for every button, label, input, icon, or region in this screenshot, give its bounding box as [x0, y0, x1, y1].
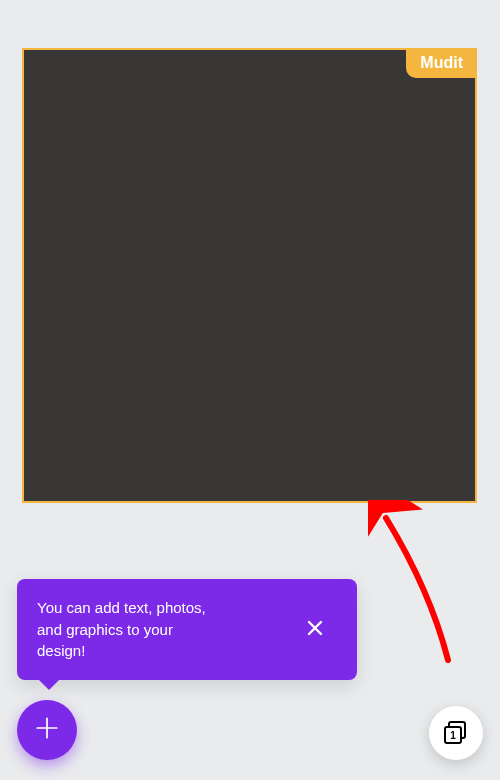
page-count: 1 — [444, 726, 462, 744]
onboarding-tooltip: You can add text, photos, and graphics t… — [17, 579, 357, 680]
user-badge: Mudit — [406, 50, 475, 78]
close-icon[interactable] — [293, 612, 337, 647]
tooltip-text: You can add text, photos, and graphics t… — [37, 597, 207, 662]
annotation-arrow-icon — [368, 500, 468, 670]
design-canvas[interactable]: Mudit — [22, 48, 477, 503]
pages-icon: 1 — [444, 721, 468, 745]
pages-button[interactable]: 1 — [429, 706, 483, 760]
plus-icon — [34, 715, 60, 745]
add-button[interactable] — [17, 700, 77, 760]
